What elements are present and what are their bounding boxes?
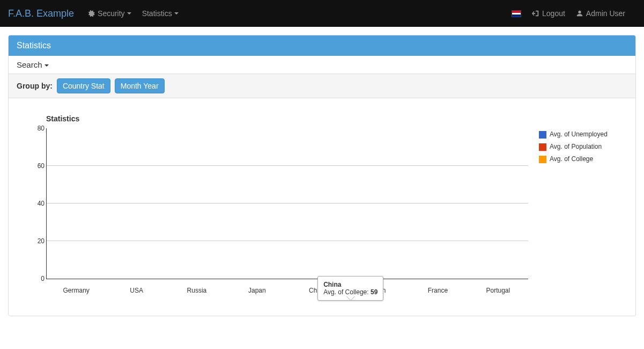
y-tick: 0 xyxy=(29,275,45,282)
user-icon xyxy=(576,10,583,17)
legend: Avg. of Unemployed Avg. of Population Av… xyxy=(528,130,619,294)
search-toggle[interactable]: Search xyxy=(9,56,635,74)
legend-item[interactable]: Avg. of Unemployed xyxy=(539,130,619,139)
nav-security[interactable]: Security xyxy=(87,9,131,18)
y-tick: 60 xyxy=(29,162,45,170)
plot-area: 020406080ChinaAvg. of College: 59 xyxy=(46,128,528,279)
x-axis: GermanyUSARussiaJapanChinaSpainFrancePor… xyxy=(46,287,528,294)
y-tick: 80 xyxy=(29,125,45,132)
y-tick: 40 xyxy=(29,200,45,207)
x-label: Germany xyxy=(46,287,106,294)
legend-label: Avg. of College xyxy=(550,155,593,163)
nav-security-label: Security xyxy=(98,9,125,18)
stats-panel: Statistics Search Group by: Country Stat… xyxy=(8,35,636,316)
gears-icon xyxy=(87,10,95,17)
gridline xyxy=(47,241,528,241)
legend-item[interactable]: Avg. of College xyxy=(539,155,619,163)
legend-swatch xyxy=(539,131,546,139)
legend-label: Avg. of Unemployed xyxy=(550,130,608,138)
chart-title: Statistics xyxy=(46,114,528,123)
gridline xyxy=(47,165,528,166)
chart: Statistics 020406080ChinaAvg. of College… xyxy=(9,98,635,316)
x-label: Japan xyxy=(227,287,287,294)
gridline xyxy=(47,203,528,203)
legend-swatch xyxy=(539,156,546,163)
nav-logout-label: Logout xyxy=(542,9,565,18)
search-label: Search xyxy=(17,60,42,69)
navbar: F.A.B. Example Security Statistics Logou… xyxy=(0,0,644,27)
legend-label: Avg. of Population xyxy=(550,143,602,150)
flag-icon xyxy=(512,10,521,17)
caret-icon xyxy=(174,12,179,14)
x-label: France xyxy=(408,287,468,294)
caret-icon xyxy=(45,64,49,67)
logout-icon xyxy=(532,10,539,17)
legend-item[interactable]: Avg. of Population xyxy=(539,143,619,151)
brand[interactable]: F.A.B. Example xyxy=(8,8,74,19)
y-tick: 20 xyxy=(29,237,45,245)
panel-title: Statistics xyxy=(9,35,635,56)
btn-country-stat[interactable]: Country Stat xyxy=(57,78,110,93)
x-label: Portugal xyxy=(468,287,528,294)
nav-statistics[interactable]: Statistics xyxy=(142,9,179,18)
nav-user[interactable]: Admin User xyxy=(576,9,625,18)
btn-month-year[interactable]: Month Year xyxy=(115,78,165,93)
nav-logout[interactable]: Logout xyxy=(532,9,565,18)
nav-user-label: Admin User xyxy=(586,9,625,18)
tooltip: ChinaAvg. of College: 59 xyxy=(317,276,383,301)
x-label: USA xyxy=(106,287,166,294)
group-by-label: Group by: xyxy=(17,82,53,90)
legend-swatch xyxy=(539,143,546,151)
nav-lang[interactable] xyxy=(512,10,521,17)
group-by-row: Group by: Country Stat Month Year xyxy=(9,74,635,98)
nav-statistics-label: Statistics xyxy=(142,9,172,18)
caret-icon xyxy=(127,12,131,14)
x-label: Russia xyxy=(167,287,227,294)
